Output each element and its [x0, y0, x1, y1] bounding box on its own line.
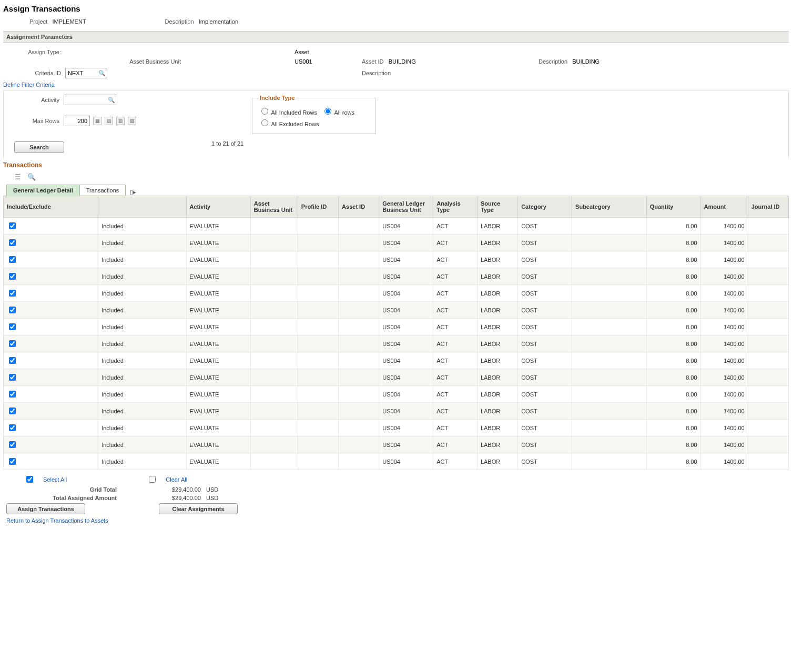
cell-quantity: 8.00 — [646, 420, 700, 436]
row-include-checkbox[interactable] — [9, 323, 16, 330]
grid-option-icon[interactable]: ▥ — [116, 117, 125, 125]
grid-option-icon[interactable]: ▤ — [105, 117, 113, 125]
cell-amount: 1400.00 — [700, 403, 748, 420]
row-include-checkbox[interactable] — [9, 273, 16, 280]
lookup-icon[interactable]: 🔍 — [106, 97, 117, 104]
cell-analysis-type: ACT — [433, 218, 478, 235]
clear-all-link[interactable]: Clear All — [166, 476, 187, 483]
row-include-checkbox[interactable] — [9, 458, 16, 465]
cell-quantity: 8.00 — [646, 218, 700, 235]
clear-assignments-button[interactable]: Clear Assignments — [159, 503, 238, 514]
criteria-id-field[interactable] — [66, 69, 97, 77]
row-include-checkbox[interactable] — [9, 424, 16, 431]
search-button[interactable]: Search — [14, 141, 64, 153]
cell-analysis-type: ACT — [433, 352, 478, 369]
col-amount[interactable]: Amount — [700, 196, 748, 218]
cell-quantity: 8.00 — [646, 302, 700, 319]
cell-asset-bu — [250, 369, 298, 386]
row-include-checkbox[interactable] — [9, 222, 16, 229]
tab-general-ledger-detail[interactable]: General Ledger Detail — [6, 185, 80, 196]
col-profile-id[interactable]: Profile ID — [298, 196, 338, 218]
criteria-id-input[interactable]: 🔍 — [65, 68, 107, 78]
maxrows-input[interactable] — [64, 116, 90, 126]
col-include-exclude[interactable]: Include/Exclude — [4, 196, 98, 218]
cell-asset-bu — [250, 386, 298, 403]
cell-activity: EVALUATE — [186, 218, 250, 235]
col-activity[interactable]: Activity — [186, 196, 250, 218]
row-include-checkbox[interactable] — [9, 340, 16, 347]
cell-category: COST — [518, 218, 572, 235]
cell-asset-id — [339, 352, 379, 369]
row-include-checkbox[interactable] — [9, 307, 16, 313]
cell-subcategory — [572, 453, 647, 470]
row-include-checkbox[interactable] — [9, 441, 16, 448]
radio-all-rows[interactable]: All rows — [322, 106, 369, 116]
cell-asset-bu — [250, 302, 298, 319]
cell-source-type: LABOR — [477, 302, 517, 319]
personalize-icon[interactable]: ☰ — [15, 173, 21, 181]
row-include-checkbox[interactable] — [9, 239, 16, 246]
col-subcategory[interactable]: Subcategory — [572, 196, 647, 218]
col-asset-id[interactable]: Asset ID — [339, 196, 379, 218]
cell-gl-bu: US004 — [379, 235, 433, 251]
col-category[interactable]: Category — [518, 196, 572, 218]
col-asset-bu[interactable]: Asset Business Unit — [250, 196, 298, 218]
select-all-link[interactable]: Select All — [43, 476, 67, 483]
cell-subcategory — [572, 251, 647, 268]
cell-source-type: LABOR — [477, 386, 517, 403]
cell-profile-id — [298, 436, 338, 453]
radio-all-excluded[interactable]: All Excluded Rows — [259, 118, 322, 127]
grid-option-icon[interactable]: ▧ — [128, 117, 136, 125]
row-include-checkbox[interactable] — [9, 256, 16, 263]
cell-asset-bu — [250, 403, 298, 420]
row-include-checkbox[interactable] — [9, 357, 16, 364]
cell-gl-bu: US004 — [379, 218, 433, 235]
cell-quantity: 8.00 — [646, 352, 700, 369]
project-value: IMPLEMENT — [52, 18, 86, 25]
cell-gl-bu: US004 — [379, 420, 433, 436]
cell-source-type: LABOR — [477, 235, 517, 251]
cell-asset-bu — [250, 235, 298, 251]
lookup-icon[interactable]: 🔍 — [97, 70, 107, 77]
cell-gl-bu: US004 — [379, 352, 433, 369]
table-row: IncludedEVALUATEUS004ACTLABORCOST8.00140… — [4, 420, 789, 436]
col-status[interactable] — [98, 196, 186, 218]
grid-option-icon[interactable]: ▦ — [93, 117, 101, 125]
assign-transactions-button[interactable]: Assign Transactions — [6, 503, 85, 514]
cell-asset-id — [339, 403, 379, 420]
radio-all-included[interactable]: All Included Rows — [259, 106, 322, 116]
col-analysis-type[interactable]: Analysis Type — [433, 196, 478, 218]
row-include-checkbox[interactable] — [9, 290, 16, 297]
col-gl-bu[interactable]: General Ledger Business Unit — [379, 196, 433, 218]
col-source-type[interactable]: Source Type — [477, 196, 517, 218]
activity-field[interactable] — [64, 96, 106, 104]
cell-asset-bu — [250, 319, 298, 335]
cell-analysis-type: ACT — [433, 436, 478, 453]
cell-source-type: LABOR — [477, 420, 517, 436]
clear-all-checkbox[interactable] — [149, 476, 156, 483]
return-link[interactable]: Return to Assign Transactions to Assets — [6, 517, 108, 524]
cell-asset-id — [339, 218, 379, 235]
search-grid-icon[interactable]: 🔍 — [27, 173, 36, 181]
col-quantity[interactable]: Quantity — [646, 196, 700, 218]
tab-transactions[interactable]: Transactions — [79, 185, 126, 196]
row-include-checkbox[interactable] — [9, 374, 16, 381]
cell-journal-id — [748, 251, 788, 268]
cell-gl-bu: US004 — [379, 302, 433, 319]
col-journal-id[interactable]: Journal ID — [748, 196, 788, 218]
select-all-checkbox[interactable] — [26, 476, 33, 483]
row-include-checkbox[interactable] — [9, 391, 16, 398]
row-include-checkbox[interactable] — [9, 408, 16, 414]
asset-id-value: BUILDING — [389, 58, 416, 65]
table-row: IncludedEVALUATEUS004ACTLABORCOST8.00140… — [4, 251, 789, 268]
cell-subcategory — [572, 335, 647, 352]
cell-journal-id — [748, 369, 788, 386]
cell-subcategory — [572, 403, 647, 420]
cell-status: Included — [98, 268, 186, 285]
cell-status: Included — [98, 235, 186, 251]
define-filter-link[interactable]: Define Filter Criteria — [3, 82, 55, 88]
cell-subcategory — [572, 235, 647, 251]
cell-activity: EVALUATE — [186, 319, 250, 335]
activity-input[interactable]: 🔍 — [64, 95, 117, 105]
show-all-columns-icon[interactable]: ▯▸ — [130, 189, 136, 196]
